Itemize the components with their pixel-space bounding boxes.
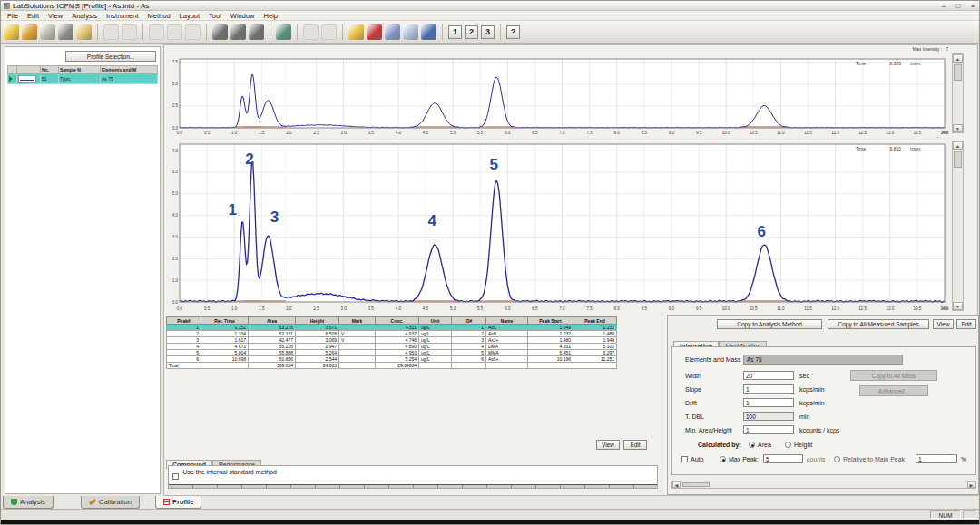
copy-to-all-samples-button[interactable]: Copy to All Measured Samples xyxy=(828,319,929,329)
view-2-button[interactable]: 2 xyxy=(465,25,478,39)
tab-profile[interactable]: Profile xyxy=(155,496,201,509)
min-area-input[interactable] xyxy=(743,425,794,434)
menu-edit[interactable]: Edit xyxy=(23,12,44,20)
calc-area-radio[interactable] xyxy=(749,442,755,448)
maximize-button[interactable]: □ xyxy=(953,2,964,10)
relative-main-peak-input[interactable] xyxy=(916,454,957,463)
peak-table-total-row[interactable]: Total309.83424.00329.64884 xyxy=(167,363,617,369)
menu-method[interactable]: Method xyxy=(143,12,175,20)
chromatogram-overview[interactable]: 0.00.51.01.52.02.53.03.54.04.55.05.56.06… xyxy=(164,52,950,137)
close-button[interactable]: × xyxy=(967,2,978,10)
peak-col-id-[interactable]: ID# xyxy=(452,317,486,325)
view-button[interactable]: View xyxy=(933,319,954,329)
menu-instrument[interactable]: Instrument xyxy=(102,12,142,20)
peak-table-row[interactable]: 44.67155.2262.9474.890ug/L4DMA4.3515.102 xyxy=(167,344,617,350)
save-icon[interactable] xyxy=(40,24,55,40)
tile-vertical-icon[interactable] xyxy=(230,24,246,40)
view-1-button[interactable]: 1 xyxy=(448,25,462,39)
copy-icon[interactable] xyxy=(122,24,137,40)
internal-standard-checkbox[interactable] xyxy=(172,473,179,480)
peak-table-row[interactable]: 31.61742.4773.069V4.746ug/L3As3+1.4801.9… xyxy=(167,337,617,344)
scroll-right-icon[interactable]: ▶ xyxy=(967,481,975,488)
copy-to-all-mass-button[interactable]: Copy to All Mass xyxy=(850,370,937,381)
method-panel-hscroll[interactable]: ◀ ▶ xyxy=(671,481,976,489)
drift-input[interactable] xyxy=(743,398,794,407)
calc-height-radio[interactable] xyxy=(785,442,791,448)
peak-table-row[interactable]: 11.15253.2763.6714.811ug/L1AsC1.0491.232 xyxy=(167,325,617,331)
menu-tool[interactable]: Tool xyxy=(204,12,226,20)
monitor-icon[interactable] xyxy=(385,24,400,40)
print-icon[interactable] xyxy=(58,24,74,40)
cut-icon[interactable] xyxy=(103,24,119,40)
data-copy-icon[interactable] xyxy=(403,24,418,40)
peak-col-area[interactable]: Area xyxy=(249,317,296,325)
copy-to-analysis-method-button[interactable]: Copy to Analysis Method xyxy=(717,319,822,329)
slope-input[interactable] xyxy=(743,384,794,394)
relative-main-peak-radio[interactable] xyxy=(834,456,840,462)
sample-row[interactable]: 51 Typic As 75 xyxy=(8,74,158,84)
advanced-button[interactable]: Advanced... xyxy=(859,385,928,396)
peak-table-row[interactable]: 610.69850.8362.5445.254ug/L6As5+10.19611… xyxy=(167,356,617,363)
tile-horizontal-icon[interactable] xyxy=(212,24,228,40)
scroll-up-icon[interactable]: ▲ xyxy=(953,141,963,150)
peak-col-peak-[interactable]: Peak# xyxy=(167,317,201,325)
tdbl-input[interactable] xyxy=(743,412,794,421)
max-peak-radio[interactable] xyxy=(720,456,726,462)
scroll-thumb[interactable] xyxy=(954,151,962,168)
menu-layout[interactable]: Layout xyxy=(175,12,205,20)
peak-col-name[interactable]: Name xyxy=(486,317,528,325)
peak-col-ret-time[interactable]: Ret. Time xyxy=(201,317,249,325)
peak-col-height[interactable]: Height xyxy=(296,317,339,325)
compound-edit-button[interactable]: Edit xyxy=(623,440,647,450)
scroll-left-icon[interactable]: ◀ xyxy=(672,481,681,488)
search-icon[interactable] xyxy=(185,24,201,40)
chart2-scrollbar[interactable]: ▲ ▼ xyxy=(952,141,964,311)
send-icon[interactable] xyxy=(421,24,436,40)
scroll-thumb[interactable] xyxy=(954,64,962,81)
compound-view-button[interactable]: View xyxy=(596,440,620,450)
peak-col-unit[interactable]: Unit xyxy=(419,317,452,325)
view-3-button[interactable]: 3 xyxy=(481,25,495,39)
chromatogram-detail[interactable]: 0.00.51.01.52.02.53.03.54.04.55.05.56.06… xyxy=(164,139,950,313)
peak-col-conc-[interactable]: Conc. xyxy=(376,317,419,325)
scroll-thumb[interactable] xyxy=(682,482,710,487)
zoom-out-icon[interactable] xyxy=(303,24,318,40)
menu-help[interactable]: Help xyxy=(260,12,282,20)
scroll-up-icon[interactable]: ▲ xyxy=(953,54,963,63)
tab-calibration[interactable]: Calibration xyxy=(81,496,140,509)
width-input[interactable] xyxy=(743,371,794,380)
peak-col-mark[interactable]: Mark xyxy=(339,317,376,325)
undo-icon[interactable] xyxy=(167,24,182,40)
zoom-in-icon[interactable] xyxy=(321,24,337,40)
stop-icon[interactable] xyxy=(367,24,382,40)
cascade-windows-icon[interactable] xyxy=(249,24,264,40)
menu-analysis[interactable]: Analysis xyxy=(67,12,102,20)
peak-table-row[interactable]: 21.33452.1316.508V4.937ug/L2AsB1.2321.48… xyxy=(167,331,617,337)
peak-table-row[interactable]: 55.80455.8885.2644.953ug/L5MMA5.4516.297 xyxy=(167,350,617,356)
max-peak-input[interactable] xyxy=(763,454,803,463)
peak-col-peak-start[interactable]: Peak Start xyxy=(528,317,573,325)
paste-icon[interactable] xyxy=(149,24,164,40)
minimize-button[interactable]: – xyxy=(938,2,949,10)
table-view-icon[interactable] xyxy=(276,24,291,40)
scroll-down-icon[interactable]: ▼ xyxy=(953,302,963,310)
peak-col-peak-end[interactable]: Peak End xyxy=(573,317,617,325)
open-file-icon[interactable] xyxy=(22,24,37,40)
new-file-icon[interactable] xyxy=(4,24,19,40)
col-elements[interactable]: Elements and M xyxy=(101,66,158,74)
sample-list-icon[interactable] xyxy=(348,24,364,40)
menu-window[interactable]: Window xyxy=(226,12,260,20)
menu-file[interactable]: File xyxy=(3,12,23,20)
elements-mass-select[interactable]: As 75 xyxy=(743,355,903,365)
help-button[interactable]: ? xyxy=(506,25,520,39)
menu-view[interactable]: View xyxy=(44,12,67,20)
edit-button[interactable]: Edit xyxy=(956,319,976,329)
col-no[interactable]: No. xyxy=(41,66,59,74)
col-sample-name[interactable]: Sample N xyxy=(59,66,101,74)
chart1-scrollbar[interactable]: ▲ ▼ xyxy=(952,53,964,133)
scroll-down-icon[interactable]: ▼ xyxy=(953,124,963,132)
profile-selection-button[interactable]: Profile Selection... xyxy=(65,51,156,62)
tab-analysis[interactable]: Analysis xyxy=(3,496,54,509)
copy-profile-icon[interactable] xyxy=(76,24,92,40)
auto-checkbox[interactable] xyxy=(681,456,688,462)
